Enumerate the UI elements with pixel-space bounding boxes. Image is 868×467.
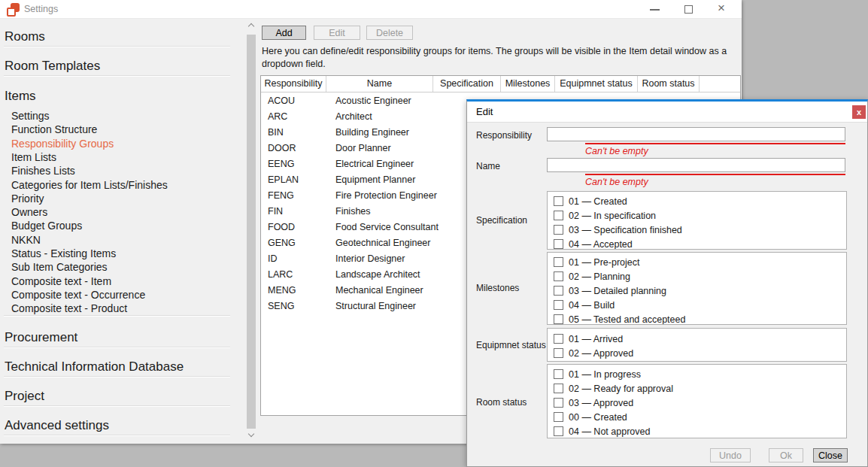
sidebar-item-settings[interactable]: Settings (11, 109, 50, 123)
sidebar-item-composite-text-product[interactable]: Composite text - Product (11, 302, 127, 315)
sidebar-section-project[interactable]: Project (5, 389, 44, 404)
checkbox-label: 01 — Arrived (569, 334, 623, 344)
checkbox-option-00-created[interactable]: 00 — Created (554, 410, 846, 424)
checkbox-icon[interactable] (554, 348, 563, 358)
cell-name: Food Service Consultant (335, 220, 439, 235)
sidebar-scrollbar[interactable] (246, 19, 256, 444)
close-dialog-button[interactable]: Close (813, 448, 848, 462)
checkbox-icon[interactable] (554, 426, 563, 436)
checkbox-option-01-in-progress[interactable]: 01 — In progress (554, 367, 846, 381)
sidebar-item-status-existing-items[interactable]: Status - Existing Items (11, 247, 116, 260)
sidebar-section-procurement[interactable]: Procurement (5, 330, 77, 345)
column-header-milestones[interactable]: Milestones (501, 76, 555, 92)
checkbox-icon[interactable] (554, 225, 563, 235)
checkbox-option-03-detailed-planning[interactable]: 03 — Detailed planning (554, 284, 846, 298)
responsibility-error-underline (585, 143, 845, 144)
checkbox-icon[interactable] (554, 384, 563, 393)
cell-responsibility: FOOD (268, 220, 295, 235)
cell-responsibility: ACOU (268, 93, 295, 109)
checkbox-option-01-arrived[interactable]: 01 — Arrived (554, 332, 846, 346)
edit-dialog: Edit x Responsibility Can't be empty Nam… (466, 99, 868, 467)
name-error-underline (585, 174, 845, 175)
cell-name: Building Engineer (335, 125, 409, 141)
checkbox-icon[interactable] (554, 257, 563, 267)
column-header-responsibility[interactable]: Responsibility (261, 76, 326, 92)
minimize-button[interactable] (642, 0, 667, 19)
sidebar-item-composite-text-item[interactable]: Composite text - Item (11, 274, 111, 288)
checkbox-icon[interactable] (554, 369, 563, 379)
checkbox-option-02-planning[interactable]: 02 — Planning (554, 269, 846, 284)
checkbox-icon[interactable] (554, 300, 563, 310)
cell-name: Equipment Planner (335, 172, 415, 188)
sidebar-section-items[interactable]: Items (5, 89, 36, 104)
close-button[interactable]: × (711, 0, 736, 19)
scroll-up-button[interactable] (246, 20, 256, 32)
sidebar-item-item-lists[interactable]: Item Lists (11, 150, 56, 164)
checkbox-icon[interactable] (554, 286, 563, 296)
sidebar-item-composite-text-occurrence[interactable]: Composite text - Occurrence (11, 288, 145, 302)
checkbox-icon[interactable] (554, 239, 563, 249)
sidebar-item-budget-groups[interactable]: Budget Groups (11, 219, 82, 232)
cell-name: Door Planner (335, 141, 391, 156)
equipment-status-label: Equipmnet status (476, 340, 546, 350)
name-input[interactable] (547, 158, 845, 172)
equipment-status-group: 01 — Arrived02 — Approved (547, 328, 847, 362)
sidebar-item-sub-item-categories[interactable]: Sub Item Categories (11, 260, 108, 274)
column-header-empty[interactable] (700, 76, 740, 92)
maximize-button[interactable] (676, 0, 702, 19)
checkbox-option-02-approved[interactable]: 02 — Approved (554, 346, 846, 360)
checkbox-label: 03 — Approved (569, 398, 633, 408)
checkbox-option-04-build[interactable]: 04 — Build (554, 298, 846, 312)
sidebar-section-advanced-settings[interactable]: Advanced settings (5, 418, 109, 433)
checkbox-icon[interactable] (554, 314, 563, 324)
cell-name: Electrical Engineer (335, 156, 414, 172)
checkbox-option-02-ready-for-approval[interactable]: 02 — Ready for approval (554, 381, 846, 396)
sidebar-item-owners[interactable]: Owners (11, 205, 47, 219)
column-header-room-status[interactable]: Room status (638, 76, 700, 92)
sidebar-section-rooms[interactable]: Rooms (5, 29, 45, 44)
checkbox-option-03-approved[interactable]: 03 — Approved (554, 396, 846, 410)
checkbox-option-01-created[interactable]: 01 — Created (554, 194, 846, 208)
checkbox-option-02-in-specification[interactable]: 02 — In specification (554, 208, 846, 223)
checkbox-icon[interactable] (554, 211, 563, 220)
scrollbar-thumb[interactable] (247, 35, 256, 429)
column-header-specification[interactable]: Specification (433, 76, 501, 92)
checkbox-option-01-pre-project[interactable]: 01 — Pre-project (554, 255, 846, 269)
cell-responsibility: MENG (268, 283, 296, 299)
delete-button[interactable]: Delete (366, 26, 413, 40)
checkbox-option-03-specification-finished[interactable]: 03 — Specification finished (554, 223, 846, 237)
checkbox-label: 01 — Created (569, 196, 627, 207)
sidebar-item-nkkn[interactable]: NKKN (11, 233, 41, 247)
dialog-close-button[interactable]: x (852, 105, 866, 119)
add-button[interactable]: Add (262, 26, 306, 40)
checkbox-icon[interactable] (554, 196, 563, 206)
sidebar-section-room-templates[interactable]: Room Templates (5, 59, 100, 74)
sidebar-section-technical-information-database[interactable]: Technical Information Database (5, 359, 184, 375)
checkbox-icon[interactable] (554, 398, 563, 408)
sidebar-item-categories-for-item-lists-finishes[interactable]: Categories for Item Lists/Finishes (11, 178, 168, 192)
sidebar-item-finishes-lists[interactable]: Finishes Lists (11, 164, 75, 177)
cell-responsibility: ARC (268, 109, 287, 125)
checkbox-option-04-not-approved[interactable]: 04 — Not approved (554, 424, 846, 438)
column-header-equipmnet-status[interactable]: Equipmnet status (555, 76, 638, 92)
checkbox-icon[interactable] (554, 334, 563, 344)
column-header-name[interactable]: Name (326, 76, 433, 92)
checkbox-option-04-accepted[interactable]: 04 — Accepted (554, 237, 846, 250)
undo-button[interactable]: Undo (710, 448, 751, 462)
checkbox-option-05-tested-and-accepteed[interactable]: 05 — Tested and accepteed (554, 312, 846, 325)
checkbox-label: 01 — Pre-project (569, 257, 639, 268)
sidebar-item-responsibility-groups[interactable]: Responsibility Groups (11, 137, 114, 150)
ok-button[interactable]: Ok (769, 448, 803, 462)
section-divider (4, 377, 230, 378)
responsibility-error-text: Can't be empty (585, 146, 648, 156)
checkbox-icon[interactable] (554, 412, 563, 422)
edit-button[interactable]: Edit (314, 26, 360, 40)
scroll-down-button[interactable] (246, 430, 256, 442)
sidebar-item-priority[interactable]: Priority (11, 192, 44, 205)
sidebar-item-function-structure[interactable]: Function Structure (11, 123, 97, 136)
maximize-icon (684, 5, 693, 14)
responsibility-input[interactable] (547, 127, 845, 141)
checkbox-label: 02 — Ready for approval (569, 384, 673, 394)
milestones-group: 01 — Pre-project02 — Planning03 — Detail… (547, 252, 847, 325)
checkbox-icon[interactable] (554, 271, 563, 281)
